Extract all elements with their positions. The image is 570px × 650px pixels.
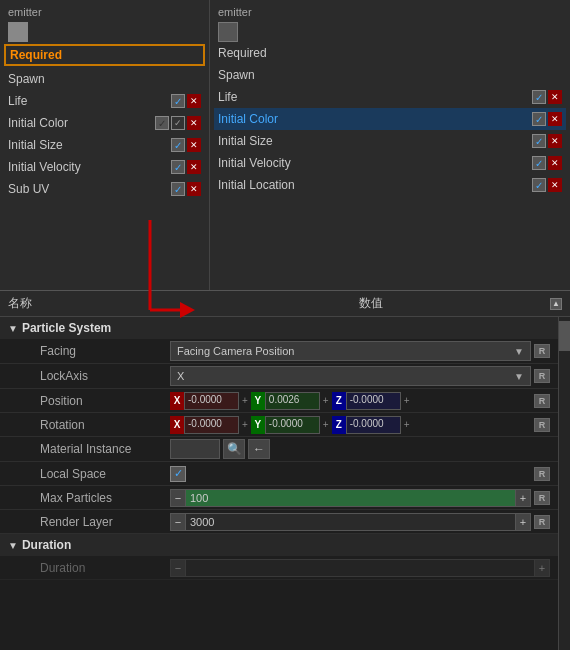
lockaxis-value: X ▼ R	[170, 366, 550, 386]
arrow-indicator	[140, 220, 200, 343]
property-list: ▼ Particle System Facing Facing Camera P…	[0, 317, 558, 650]
r-initial-velocity-check[interactable]	[532, 156, 546, 170]
position-z-input[interactable]: -0.0000	[346, 392, 401, 410]
right-module-initial-size: Initial Size ✕	[214, 130, 566, 152]
left-module-life: Life ✕	[4, 90, 205, 112]
scroll-up-btn[interactable]: ▲	[550, 298, 562, 310]
render-layer-plus[interactable]: +	[515, 513, 531, 531]
render-layer-label: Render Layer	[40, 515, 170, 529]
right-emitter-panel: emitter Required Spawn Life ✕ Initial Co…	[210, 0, 570, 290]
render-layer-field: − 3000 +	[170, 513, 531, 531]
position-value: X -0.0000 + Y 0.0026 + Z -0.0000	[170, 392, 550, 410]
rotation-z-label: Z	[332, 416, 346, 434]
lockaxis-r-badge[interactable]: R	[534, 369, 550, 383]
material-search-btn[interactable]: 🔍	[223, 439, 245, 459]
local-space-label: Local Space	[40, 467, 170, 481]
render-layer-minus[interactable]: −	[170, 513, 186, 531]
position-plus3: +	[403, 395, 411, 406]
rotation-plus1: +	[241, 419, 249, 430]
initial-color-special[interactable]: ✓	[171, 116, 185, 130]
r-initial-location-remove[interactable]: ✕	[548, 178, 562, 192]
r-initial-location-check[interactable]	[532, 178, 546, 192]
rotation-x-input[interactable]: -0.0000	[184, 416, 239, 434]
position-x-input[interactable]: -0.0000	[184, 392, 239, 410]
scrollbar-track[interactable]	[558, 317, 570, 650]
right-spawn-row: Spawn	[214, 64, 566, 86]
section-arrow: ▼	[8, 323, 18, 334]
facing-row: Facing Facing Camera Position ▼ R	[0, 339, 558, 364]
particle-system-section[interactable]: ▼ Particle System	[0, 317, 558, 339]
position-row: Position X -0.0000 + Y 0.0026 +	[0, 389, 558, 413]
duration-minus[interactable]: −	[170, 559, 186, 577]
facing-label: Facing	[40, 344, 170, 358]
duration-plus[interactable]: +	[534, 559, 550, 577]
duration-row: Duration − +	[0, 556, 558, 580]
position-y-input[interactable]: 0.0026	[265, 392, 320, 410]
facing-dropdown-text: Facing Camera Position	[177, 345, 294, 357]
left-module-initial-color: Initial Color ✓ ✕	[4, 112, 205, 134]
rotation-plus3: +	[403, 419, 411, 430]
max-particles-field: − 100 +	[170, 489, 531, 507]
property-panel: 名称 数值 ▲ ▼ Particle System Facing Facing …	[0, 290, 570, 650]
initial-velocity-check[interactable]	[171, 160, 185, 174]
name-column-header: 名称	[8, 295, 32, 312]
initial-color-remove[interactable]: ✕	[187, 116, 201, 130]
rotation-label: Rotation	[40, 418, 170, 432]
position-label: Position	[40, 394, 170, 408]
facing-r-badge[interactable]: R	[534, 344, 550, 358]
render-layer-row: Render Layer − 3000 + R	[0, 510, 558, 534]
right-module-initial-location: Initial Location ✕	[214, 174, 566, 196]
initial-size-check[interactable]	[171, 138, 185, 152]
initial-size-remove[interactable]: ✕	[187, 138, 201, 152]
render-layer-r-badge[interactable]: R	[534, 515, 550, 529]
lockaxis-row: LockAxis X ▼ R	[0, 364, 558, 389]
right-emitter-title: emitter	[214, 4, 566, 20]
local-space-checkbox[interactable]	[170, 466, 186, 482]
duration-label: Duration	[22, 538, 71, 552]
position-plus1: +	[241, 395, 249, 406]
r-life-check[interactable]	[532, 90, 546, 104]
rotation-y-field: Y -0.0000	[251, 416, 320, 434]
sub-uv-remove[interactable]: ✕	[187, 182, 201, 196]
sub-uv-check[interactable]	[171, 182, 185, 196]
life-remove[interactable]: ✕	[187, 94, 201, 108]
local-space-value: R	[170, 466, 550, 482]
rotation-r-badge[interactable]: R	[534, 418, 550, 432]
position-z-field: Z -0.0000	[332, 392, 401, 410]
lockaxis-dropdown[interactable]: X ▼	[170, 366, 531, 386]
max-particles-plus[interactable]: +	[515, 489, 531, 507]
facing-dropdown[interactable]: Facing Camera Position ▼	[170, 341, 531, 361]
local-space-r-badge[interactable]: R	[534, 467, 550, 481]
initial-velocity-remove[interactable]: ✕	[187, 160, 201, 174]
position-r-badge[interactable]: R	[534, 394, 550, 408]
r-initial-size-check[interactable]	[532, 134, 546, 148]
duration-field-value: − +	[170, 559, 550, 577]
rotation-z-input[interactable]: -0.0000	[346, 416, 401, 434]
max-particles-minus[interactable]: −	[170, 489, 186, 507]
max-particles-row: Max Particles − 100 + R	[0, 486, 558, 510]
lockaxis-dropdown-text: X	[177, 370, 184, 382]
material-controls: 🔍 ←	[170, 439, 550, 459]
svg-marker-2	[180, 302, 195, 318]
material-arrow-btn[interactable]: ←	[248, 439, 270, 459]
scrollbar-thumb[interactable]	[559, 321, 570, 351]
r-initial-color-check[interactable]	[532, 112, 546, 126]
life-check[interactable]	[171, 94, 185, 108]
right-module-life: Life ✕	[214, 86, 566, 108]
r-initial-color-remove[interactable]: ✕	[548, 112, 562, 126]
position-y-field: Y 0.0026	[251, 392, 320, 410]
facing-value: Facing Camera Position ▼ R	[170, 341, 550, 361]
r-initial-size-remove[interactable]: ✕	[548, 134, 562, 148]
max-particles-r-badge[interactable]: R	[534, 491, 550, 505]
max-particles-label: Max Particles	[40, 491, 170, 505]
render-layer-value: − 3000 + R	[170, 513, 550, 531]
position-y-label: Y	[251, 392, 265, 410]
duration-arrow: ▼	[8, 540, 18, 551]
r-initial-velocity-remove[interactable]: ✕	[548, 156, 562, 170]
rotation-y-input[interactable]: -0.0000	[265, 416, 320, 434]
position-x-field: X -0.0000	[170, 392, 239, 410]
left-module-initial-velocity: Initial Velocity ✕	[4, 156, 205, 178]
r-life-remove[interactable]: ✕	[548, 90, 562, 104]
initial-color-check[interactable]	[155, 116, 169, 130]
duration-section[interactable]: ▼ Duration	[0, 534, 558, 556]
